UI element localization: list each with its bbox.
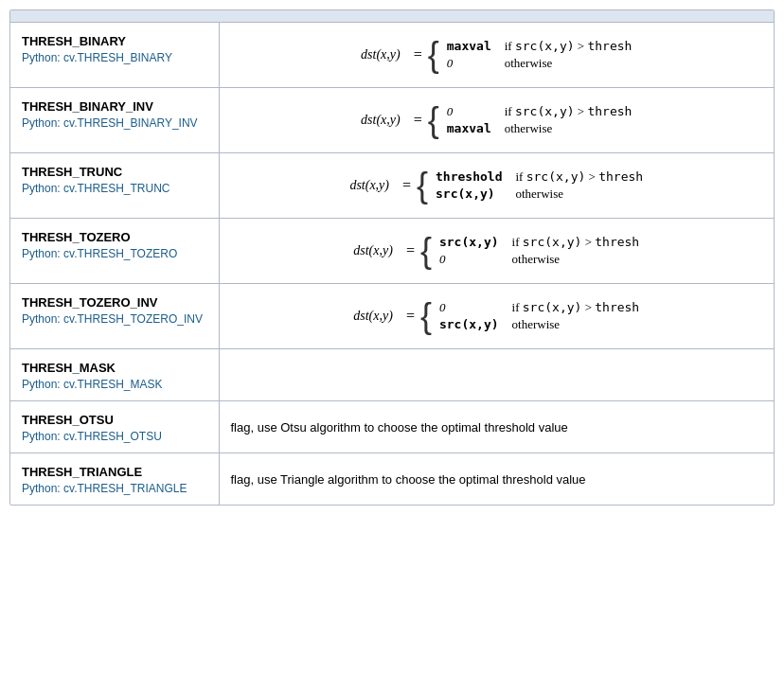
case-val-2: src(x,y) — [436, 186, 502, 202]
enum-name: THRESH_TOZERO — [22, 230, 207, 244]
equals-sign: = — [414, 46, 422, 63]
formula-lhs: dst(x,y) — [361, 47, 401, 62]
case-cond-2: otherwise — [515, 186, 643, 202]
enum-desc-cell — [219, 349, 774, 401]
equals-sign: = — [414, 112, 422, 129]
enum-name: THRESH_TRIANGLE — [22, 465, 207, 479]
equals-sign: = — [406, 242, 415, 259]
brace-container: { maxval if src(x,y) > thresh 0 otherwis… — [428, 38, 633, 72]
python-name: Python: cv.THRESH_OTSU — [22, 430, 207, 443]
brace-container: { src(x,y) if src(x,y) > thresh 0 otherw… — [420, 234, 639, 268]
brace-container: { 0 if src(x,y) > thresh maxval otherwis… — [428, 103, 633, 137]
cases-grid: 0 if src(x,y) > thresh src(x,y) otherwis… — [439, 300, 639, 332]
enum-desc-cell: dst(x,y) = { threshold if src(x,y) > thr… — [219, 153, 774, 219]
desc-text: flag, use Triangle algorithm to choose t… — [231, 469, 763, 490]
case-val-1: 0 — [439, 300, 499, 315]
big-brace: { — [417, 169, 428, 203]
cases-grid: threshold if src(x,y) > thresh src(x,y) … — [436, 169, 643, 202]
table-row: THRESH_OTSU Python: cv.THRESH_OTSU flag,… — [10, 401, 774, 453]
equals-sign: = — [406, 308, 415, 325]
desc-text: flag, use Otsu algorithm to choose the o… — [231, 417, 763, 438]
table-row: THRESH_TRIANGLE Python: cv.THRESH_TRIANG… — [10, 453, 774, 506]
case-val-2: 0 — [447, 56, 491, 71]
big-brace: { — [420, 299, 432, 333]
case-val-2: maxval — [447, 121, 491, 136]
case-cond-2: otherwise — [505, 121, 633, 136]
case-cond-1: if src(x,y) > thresh — [515, 169, 643, 185]
table-header — [10, 10, 774, 23]
case-val-2: src(x,y) — [439, 317, 499, 332]
python-name: Python: cv.THRESH_TRIANGLE — [22, 482, 207, 495]
formula: dst(x,y) = { 0 if src(x,y) > thresh maxv… — [231, 98, 763, 143]
formula-lhs: dst(x,y) — [349, 178, 389, 193]
enum-name-cell: THRESH_TRUNC Python: cv.THRESH_TRUNC — [10, 153, 219, 219]
enum-name: THRESH_BINARY_INV — [22, 99, 207, 114]
enum-name: THRESH_OTSU — [22, 413, 207, 427]
equals-sign: = — [402, 177, 411, 194]
case-val-1: 0 — [447, 104, 491, 119]
enum-name-cell: THRESH_OTSU Python: cv.THRESH_OTSU — [10, 401, 219, 453]
enum-name-cell: THRESH_BINARY_INV Python: cv.THRESH_BINA… — [10, 88, 219, 153]
case-val-1: maxval — [447, 39, 491, 54]
python-name: Python: cv.THRESH_BINARY_INV — [22, 116, 207, 130]
big-brace: { — [428, 38, 439, 72]
enum-name-cell: THRESH_TOZERO_INV Python: cv.THRESH_TOZE… — [10, 284, 219, 349]
table-row: THRESH_BINARY Python: cv.THRESH_BINARY d… — [10, 23, 774, 88]
case-val-2: 0 — [439, 252, 499, 267]
python-name: Python: cv.THRESH_TRUNC — [22, 182, 207, 195]
enum-name-cell: THRESH_TRIANGLE Python: cv.THRESH_TRIANG… — [10, 453, 219, 506]
formula: dst(x,y) = { 0 if src(x,y) > thresh src(… — [231, 293, 763, 339]
table-row: THRESH_TRUNC Python: cv.THRESH_TRUNC dst… — [10, 153, 774, 219]
enum-desc-cell: flag, use Otsu algorithm to choose the o… — [219, 401, 774, 453]
enum-name-cell: THRESH_BINARY Python: cv.THRESH_BINARY — [10, 23, 219, 88]
case-cond-1: if src(x,y) > thresh — [512, 300, 640, 315]
enum-desc-cell: dst(x,y) = { src(x,y) if src(x,y) > thre… — [219, 219, 774, 284]
case-cond-1: if src(x,y) > thresh — [505, 104, 633, 119]
table-row: THRESH_TOZERO_INV Python: cv.THRESH_TOZE… — [10, 284, 774, 349]
enum-name: THRESH_TOZERO_INV — [22, 295, 207, 310]
python-name: Python: cv.THRESH_BINARY — [22, 51, 207, 64]
enum-desc-cell: dst(x,y) = { 0 if src(x,y) > thresh src(… — [219, 284, 774, 349]
case-cond-2: otherwise — [505, 56, 633, 71]
big-brace: { — [428, 103, 439, 137]
enumerator-table: THRESH_BINARY Python: cv.THRESH_BINARY d… — [9, 9, 775, 506]
enum-desc-cell: flag, use Triangle algorithm to choose t… — [219, 453, 774, 506]
formula-lhs: dst(x,y) — [353, 309, 393, 324]
case-cond-2: otherwise — [512, 317, 640, 332]
table-row: THRESH_MASK Python: cv.THRESH_MASK — [10, 349, 774, 401]
case-val-1: threshold — [436, 169, 502, 185]
enum-desc-cell: dst(x,y) = { maxval if src(x,y) > thresh… — [219, 23, 774, 88]
python-name: Python: cv.THRESH_MASK — [22, 378, 207, 391]
python-name: Python: cv.THRESH_TOZERO_INV — [22, 312, 207, 326]
table-row: THRESH_TOZERO Python: cv.THRESH_TOZERO d… — [10, 219, 774, 284]
cases-grid: maxval if src(x,y) > thresh 0 otherwise — [447, 39, 633, 71]
formula: dst(x,y) = { maxval if src(x,y) > thresh… — [231, 32, 763, 78]
cases-grid: 0 if src(x,y) > thresh maxval otherwise — [447, 104, 633, 136]
case-val-1: src(x,y) — [439, 235, 499, 250]
formula-lhs: dst(x,y) — [361, 113, 401, 128]
enum-name: THRESH_MASK — [22, 361, 207, 375]
enum-name-cell: THRESH_TOZERO Python: cv.THRESH_TOZERO — [10, 219, 219, 284]
table-row: THRESH_BINARY_INV Python: cv.THRESH_BINA… — [10, 88, 774, 153]
formula-lhs: dst(x,y) — [353, 243, 393, 258]
python-name: Python: cv.THRESH_TOZERO — [22, 247, 207, 260]
enum-name-cell: THRESH_MASK Python: cv.THRESH_MASK — [10, 349, 219, 401]
enum-name: THRESH_TRUNC — [22, 165, 207, 179]
enum-name: THRESH_BINARY — [22, 34, 207, 48]
case-cond-2: otherwise — [512, 252, 640, 267]
enum-desc-cell: dst(x,y) = { 0 if src(x,y) > thresh maxv… — [219, 88, 774, 153]
cases-grid: src(x,y) if src(x,y) > thresh 0 otherwis… — [439, 235, 639, 267]
case-cond-1: if src(x,y) > thresh — [512, 235, 640, 250]
formula: dst(x,y) = { threshold if src(x,y) > thr… — [231, 163, 763, 208]
big-brace: { — [420, 234, 432, 268]
brace-container: { 0 if src(x,y) > thresh src(x,y) otherw… — [420, 299, 639, 333]
brace-container: { threshold if src(x,y) > thresh src(x,y… — [417, 169, 643, 203]
case-cond-1: if src(x,y) > thresh — [505, 39, 633, 54]
formula: dst(x,y) = { src(x,y) if src(x,y) > thre… — [231, 228, 763, 274]
